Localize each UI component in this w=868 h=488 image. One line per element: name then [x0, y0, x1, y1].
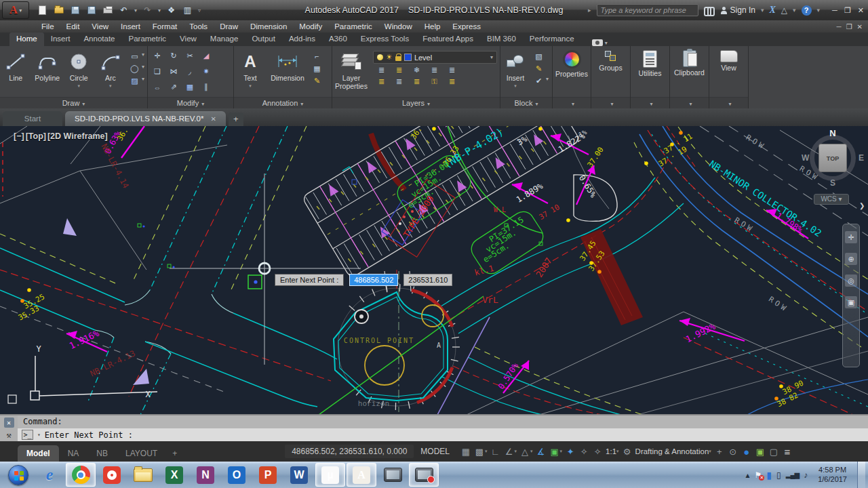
- scale-value-caret[interactable]: ▾: [616, 449, 619, 454]
- show-desktop-button[interactable]: [857, 462, 865, 488]
- outlook-icon[interactable]: O: [222, 463, 252, 487]
- osnap-icon[interactable]: ▣: [548, 444, 561, 459]
- network-icon[interactable]: ▂▄▆: [786, 471, 799, 479]
- help-icon[interactable]: ?: [802, 5, 812, 16]
- a360-icon[interactable]: △: [781, 5, 787, 15]
- search-expand-icon[interactable]: ▸: [588, 7, 591, 14]
- hatch-icon[interactable]: ▨: [129, 76, 140, 85]
- doc-minimize-button[interactable]: ─: [837, 23, 842, 30]
- rectangle-caret-icon[interactable]: ▾: [142, 52, 144, 61]
- ribbon-tab-bim-360[interactable]: BIM 360: [480, 33, 523, 46]
- viewcube[interactable]: TOP N S W E: [804, 129, 861, 186]
- viewport-menu-control[interactable]: [−]: [14, 131, 24, 141]
- menu-item-draw[interactable]: Draw: [214, 22, 244, 30]
- tray-expand-icon[interactable]: ▴: [746, 470, 750, 480]
- excel-icon[interactable]: X: [159, 463, 189, 487]
- grid-icon[interactable]: ▦: [459, 444, 473, 459]
- customization-menu-icon[interactable]: ≡: [781, 444, 794, 459]
- viewport-view-control[interactable]: [Top]: [26, 131, 46, 141]
- a360-caret-icon[interactable]: ▾: [793, 7, 796, 14]
- explorer-icon[interactable]: [128, 463, 158, 487]
- drawing-area[interactable]: 0.63%36.36.(NB-P-4.02)36.33PI=36.00vc=15…: [0, 126, 868, 414]
- ribbon-tab-home[interactable]: Home: [9, 33, 44, 46]
- erase-icon[interactable]: ◢: [201, 52, 212, 61]
- ribbon-tab-featured-apps[interactable]: Featured Apps: [416, 33, 480, 46]
- viewport-style-control[interactable]: [2D Wireframe]: [47, 131, 108, 141]
- redo-caret-icon[interactable]: ▾: [158, 7, 161, 14]
- autoscale-icon[interactable]: ✧: [577, 444, 591, 459]
- model-space-toggle[interactable]: MODEL: [420, 447, 450, 456]
- layer-walk-icon[interactable]: ≣: [411, 77, 422, 86]
- start-button[interactable]: [3, 463, 33, 487]
- orbit-icon[interactable]: ◎: [845, 274, 857, 287]
- undo-caret-icon[interactable]: ▾: [134, 7, 137, 14]
- leader-icon[interactable]: ⌐: [311, 52, 323, 61]
- layer-match-icon[interactable]: ≣: [393, 65, 405, 75]
- layer-unlock-icon[interactable]: ≣: [429, 65, 440, 75]
- properties-wheel-icon[interactable]: [563, 50, 581, 68]
- sheet-set-icon[interactable]: ▥: [182, 5, 193, 16]
- recorder-recording-icon[interactable]: [409, 463, 439, 487]
- line-button[interactable]: Line: [0, 49, 32, 82]
- save-as-icon[interactable]: [85, 5, 97, 16]
- snap-icon-caret[interactable]: ▾: [485, 449, 488, 454]
- viewcube-north[interactable]: N: [829, 128, 835, 138]
- onenote-icon[interactable]: N: [191, 463, 220, 487]
- menu-item-format[interactable]: Format: [146, 22, 183, 30]
- chrome-icon[interactable]: [66, 463, 96, 487]
- red-app-icon[interactable]: [97, 463, 127, 487]
- minimize-button[interactable]: ─: [832, 6, 837, 15]
- workspace-icon[interactable]: ❖: [165, 5, 177, 16]
- ribbon-tab-performance[interactable]: Performance: [523, 33, 581, 46]
- hardware-accel-icon[interactable]: ▣: [753, 444, 767, 459]
- wcs-dropdown[interactable]: WCS ▾: [814, 194, 849, 205]
- doc-restore-button[interactable]: ❐: [846, 23, 852, 30]
- circle-button[interactable]: Circle ▾: [63, 49, 95, 89]
- autocad-icon[interactable]: A: [347, 463, 376, 487]
- workspace-label[interactable]: Drafting & Annotation: [634, 444, 711, 459]
- graphics-performance-icon[interactable]: ●: [740, 444, 753, 459]
- viewcube-south[interactable]: S: [830, 178, 835, 188]
- panel-block-footer[interactable]: Block▾: [500, 97, 552, 108]
- layer-lock2-icon[interactable]: ⚿: [429, 77, 440, 86]
- osnap-icon-caret[interactable]: ▾: [560, 449, 563, 454]
- layer-on-off-icon[interactable]: ≣: [376, 77, 387, 86]
- taskbar-clock[interactable]: 4:58 PM 1/6/2017: [818, 466, 847, 485]
- restore-button[interactable]: ❐: [844, 6, 851, 15]
- ie-icon[interactable]: e: [35, 463, 64, 487]
- layer-properties-button[interactable]: Layer Properties: [332, 49, 370, 90]
- panel-clipboard-footer[interactable]: ▾: [670, 97, 709, 108]
- save-icon[interactable]: [69, 5, 81, 16]
- snap-icon[interactable]: ▩: [473, 444, 486, 459]
- panel-utilities-footer[interactable]: ▾: [631, 97, 669, 108]
- scale-value[interactable]: 1:1: [604, 444, 618, 459]
- zoom-icon[interactable]: ⊕: [845, 253, 857, 265]
- cad-canvas[interactable]: 0.63%36.36.(NB-P-4.02)36.33PI=36.00vc=15…: [0, 126, 868, 414]
- layer-merge-icon[interactable]: ≣: [446, 77, 458, 86]
- annotation-visibility-icon[interactable]: ✦: [564, 444, 577, 459]
- isodraft-icon[interactable]: △: [518, 444, 532, 459]
- dimension-button[interactable]: Dimension: [267, 49, 309, 82]
- recorder-icon[interactable]: [378, 463, 408, 487]
- menu-item-insert[interactable]: Insert: [115, 22, 146, 30]
- steering-wheel-icon[interactable]: ▣: [845, 296, 857, 308]
- viewcube-east[interactable]: E: [859, 153, 864, 163]
- qat-customize-icon[interactable]: ▿: [198, 7, 201, 14]
- workspace-gear-icon[interactable]: ⚙: [620, 444, 634, 459]
- layout-tab-na[interactable]: NA: [59, 445, 88, 462]
- table-icon[interactable]: ▦: [311, 64, 323, 73]
- layer-current-icon[interactable]: ≣: [393, 77, 405, 86]
- recent-commands-icon[interactable]: >_: [22, 430, 33, 440]
- tab-drawing[interactable]: SD-ID-RD-PRO.LVLS NA-NB-REV.0* ✕: [65, 111, 226, 126]
- menu-item-file[interactable]: File: [35, 22, 60, 30]
- ribbon-tab-manage[interactable]: Manage: [203, 33, 245, 46]
- storage-icon[interactable]: ▮: [766, 470, 772, 481]
- panel-groups-footer[interactable]: ▾: [591, 97, 630, 108]
- undo-icon[interactable]: ↶: [118, 5, 130, 16]
- layer-isolate-icon[interactable]: ≣: [376, 65, 387, 75]
- insert-button[interactable]: Insert ▾: [500, 49, 530, 89]
- mirror-icon[interactable]: ⋈: [168, 67, 180, 77]
- offset-icon[interactable]: ∥: [201, 83, 212, 92]
- panel-properties-footer[interactable]: ▾: [553, 97, 591, 108]
- customize-plus-icon[interactable]: +: [713, 444, 726, 459]
